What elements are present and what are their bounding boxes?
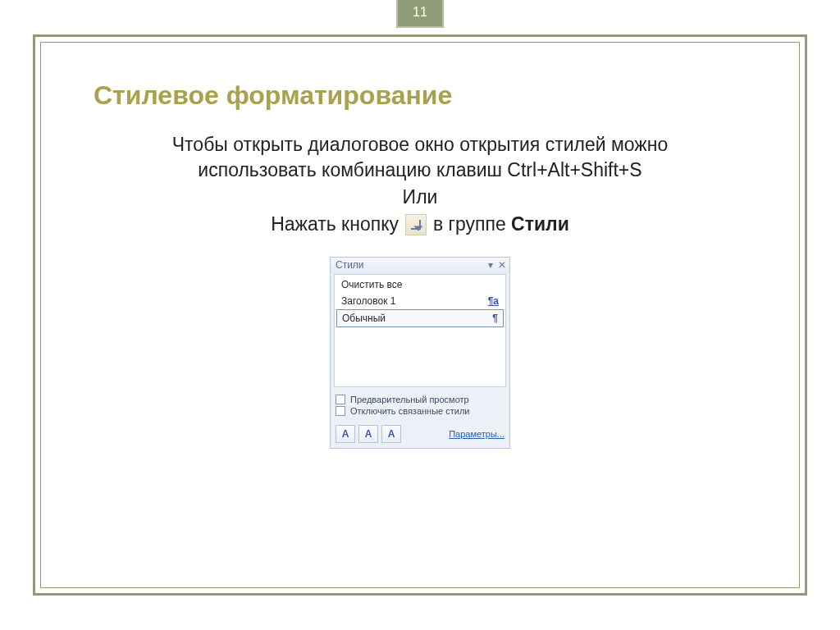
paragraph-mark-icon: ¶a [488, 295, 499, 307]
styles-footer-buttons: A A A [336, 425, 401, 443]
close-icon[interactable]: ✕ [498, 260, 506, 270]
style-row-clear-all[interactable]: Очистить все [336, 276, 504, 293]
body-line-2: Или [112, 185, 728, 210]
body-line-1: Чтобы открыть диалоговое окно открытия с… [112, 132, 728, 183]
body-line-3-after-bold: Стили [511, 213, 569, 235]
page-number-badge: 11 [396, 0, 444, 28]
slide-outer-frame: Стилевое форматирование Чтобы открыть ди… [33, 34, 807, 596]
styles-pane-footer: A A A Параметры... [331, 422, 509, 448]
styles-list: Очистить все Заголовок 1 ¶a Обычный ¶ [334, 274, 506, 387]
styles-pane-title: Стили [336, 259, 364, 271]
body-line-3-after-prefix: в группе [433, 213, 511, 235]
styles-pane-header: Стили ▾ ✕ [331, 258, 509, 274]
disable-linked-styles-label: Отключить связанные стили [350, 406, 469, 416]
body-line-3-after: в группе Стили [433, 212, 569, 237]
style-row-label: Заголовок 1 [341, 295, 395, 307]
slide-inner-frame: Стилевое форматирование Чтобы открыть ди… [40, 42, 800, 588]
disable-linked-styles-checkbox-row[interactable]: Отключить связанные стили [336, 405, 504, 417]
style-row-label: Обычный [342, 313, 386, 324]
style-inspector-button[interactable]: A [358, 425, 378, 443]
styles-pane: Стили ▾ ✕ Очистить все Заголовок 1 ¶a Об… [330, 257, 510, 449]
paragraph-mark-icon: ¶ [492, 313, 498, 324]
body-text: Чтобы открыть диалоговое окно открытия с… [112, 132, 728, 237]
dialog-launcher-button[interactable] [405, 214, 427, 235]
style-row-heading-1[interactable]: Заголовок 1 ¶a [336, 293, 504, 309]
preview-checkbox-label: Предварительный просмотр [350, 395, 469, 404]
checkbox-icon [336, 406, 345, 416]
page-title: Стилевое форматирование [94, 80, 774, 111]
body-line-3-before: Нажать кнопку [271, 212, 399, 237]
options-link[interactable]: Параметры... [449, 429, 504, 439]
body-line-3: Нажать кнопку в группе Стили [112, 212, 728, 237]
new-style-button[interactable]: A [336, 425, 355, 443]
styles-pane-options: Предварительный просмотр Отключить связа… [331, 387, 509, 422]
preview-checkbox-row[interactable]: Предварительный просмотр [336, 394, 504, 405]
pane-menu-icon[interactable]: ▾ [488, 260, 493, 270]
style-row-label: Очистить все [341, 279, 402, 290]
style-row-normal[interactable]: Обычный ¶ [336, 309, 504, 327]
dialog-launcher-icon [411, 220, 421, 230]
manage-styles-button[interactable]: A [381, 425, 401, 443]
checkbox-icon [336, 395, 345, 404]
